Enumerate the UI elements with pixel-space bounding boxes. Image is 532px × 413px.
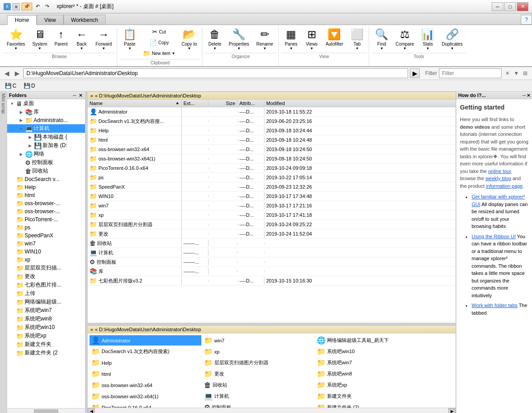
info-page-link[interactable]: information page [486, 183, 523, 189]
tree-item-wlbj[interactable]: 📁 网络编辑超级... [7, 298, 85, 306]
tree-item-xjwj2[interactable]: 📁 新建文件夹 (2 [7, 349, 85, 357]
redo-btn[interactable]: ↷ [43, 3, 51, 10]
tree-item-gengxin[interactable]: 📁 更改 [7, 272, 85, 281]
duplicates-button[interactable]: 🔗 Duplicates ▼ [438, 27, 466, 52]
table-row[interactable]: 📁 oss-browser-win32-x64(1) ----D... 2019… [88, 154, 455, 164]
folders-minimize-icon[interactable]: ─ [72, 93, 77, 98]
table-row[interactable]: 📁 oss-browser-win32-x64 ----D... 2019-09… [88, 145, 455, 154]
table-row[interactable]: 📁 Help ----D... 2019-09-18 10:24:44 [88, 126, 455, 135]
tree-item-xtb10[interactable]: 📁 系统吧win10 [7, 323, 85, 332]
list-item[interactable]: 📁 DocSearch v1.3(文档内容搜索) [89, 346, 201, 357]
tree-item-xtb7[interactable]: 📁 系统吧win7 [7, 306, 85, 315]
autofilter-button[interactable]: 🔽 Autofilter [323, 27, 346, 48]
expand-desktop[interactable]: ▼ [9, 101, 15, 106]
expand-network[interactable]: ▶ [18, 152, 24, 156]
tree-item-xtbxp[interactable]: 📁 系统吧xp [7, 332, 85, 340]
close-button[interactable]: ✕ [517, 2, 528, 11]
view-options-icon[interactable]: ⊞ [521, 69, 529, 77]
tree-item-win7[interactable]: 📁 win7 [7, 240, 85, 248]
bottom-scroll-left[interactable]: ◀ [88, 408, 95, 413]
list-item[interactable]: 📁 系统吧win10 [315, 346, 427, 357]
list-item[interactable]: 📁 新建文件夹 (2) [315, 402, 427, 408]
views-button[interactable]: ⊞ Views ▼ [302, 27, 322, 52]
expand-localdisk[interactable]: ▶ [27, 135, 33, 139]
tab-workbench[interactable]: Workbench [64, 15, 106, 25]
tree-item-controlpanel[interactable]: ⚙ 控制面板 [7, 158, 85, 167]
find-button[interactable]: 🔍 Find ▼ [372, 27, 392, 52]
list-item[interactable]: ⚙ 控制面板 [202, 402, 314, 408]
properties-button[interactable]: 🔧 Properties ▼ [226, 27, 252, 52]
tab-home[interactable]: Home [7, 15, 37, 25]
list-item[interactable]: 📁 新建文件夹 [315, 391, 427, 401]
address-go-button[interactable]: ▶ [410, 68, 420, 78]
tree-item-help[interactable]: 📁 Help [7, 183, 85, 191]
list-item[interactable]: 📁 更改 [202, 369, 314, 379]
system-button[interactable]: 🖥 System ▼ [29, 27, 50, 52]
tree-item-ossbrowser2[interactable]: 📁 oss-browser-... [7, 207, 85, 215]
tree-item-speedpanx[interactable]: 📁 SpeedPanX [7, 232, 85, 240]
table-row[interactable]: 📚 库 -------... [88, 267, 455, 276]
tree-item-picotorrent[interactable]: 📁 PicoTorrent-... [7, 215, 85, 223]
table-row[interactable]: 📁 WIN10 ----D... 2019-10-17 17:34:48 [88, 192, 455, 201]
tree-item-upload[interactable]: 📁 上传 [7, 289, 85, 298]
panes-button[interactable]: ▦ Panes ▼ [281, 27, 301, 52]
address-input[interactable] [23, 68, 408, 78]
table-row[interactable]: 📁 更改 ----D... 2019-10-24 11:52:04 [88, 229, 455, 239]
minimize-button[interactable]: ─ [492, 2, 503, 11]
table-row[interactable]: 👤 Administrator ----D... 2019-10-18 11:5… [88, 107, 455, 117]
folders-close-icon[interactable]: ✕ [78, 93, 83, 98]
tree-item-localdisk[interactable]: ▶ 💾 本地磁盘 ( [7, 133, 85, 141]
address-back-icon[interactable]: ◀ [3, 70, 11, 77]
table-row[interactable]: 💻 计算机 -------... [88, 248, 455, 257]
tree-item-ps[interactable]: 📁 ps [7, 223, 85, 232]
tree-item-html[interactable]: 📁 html [7, 191, 85, 199]
tree-item-recycle[interactable]: 🗑 回收站 [7, 167, 85, 175]
table-row[interactable]: 📁 层层双页扫描图片分割器 ----D... 2019-10-24 09:25:… [88, 220, 455, 229]
list-item[interactable]: 📁 系统吧win7 [315, 358, 427, 368]
weekly-blog-link[interactable]: weekly blog [485, 176, 511, 181]
tree-item-desktop[interactable]: ▼ 🖥 桌面 [7, 99, 85, 108]
table-row[interactable]: 📁 ps ----D... 2019-10-22 17:05:14 [88, 173, 455, 182]
tree-item-docsearch[interactable]: 📁 DocSearch v... [7, 175, 85, 183]
pin-btn[interactable]: 📌 [21, 3, 32, 10]
forward-button[interactable]: → Forward ▼ [92, 27, 115, 52]
bottom-hscroll[interactable]: ◀ ▶ [88, 408, 455, 413]
list-item[interactable]: 📁 系统吧xp [315, 380, 427, 390]
top-file-rows[interactable]: 👤 Administrator ----D... 2019-10-18 11:5… [88, 107, 455, 323]
list-item[interactable]: 📁 层层双页扫描图片分割器 [202, 358, 314, 368]
maximize-button[interactable]: □ [504, 2, 516, 11]
filter-input[interactable] [439, 68, 502, 78]
table-row[interactable]: 📁 七彩色图片排版v3.2 ----D... 2019-10-15 10:16:… [88, 276, 455, 286]
tree-item-win10[interactable]: 📁 WIN10 [7, 248, 85, 256]
tree-item-xp[interactable]: 📁 xp [7, 256, 85, 264]
help-button[interactable]: ? [521, 15, 532, 25]
stats-button[interactable]: 📊 Stats ▼ [418, 27, 438, 52]
expand-admin[interactable]: ▶ [18, 118, 24, 122]
table-row[interactable]: 📁 html ----D... 2019-09-18 10:24:48 [88, 135, 455, 145]
system-menu[interactable]: ≡ [13, 3, 20, 10]
list-item[interactable]: 📁 html [89, 369, 201, 379]
expand-computer[interactable]: ▼ [18, 126, 24, 131]
tree-item-xjwj[interactable]: 📁 新建文件夹 [7, 340, 85, 349]
paste-button[interactable]: 📋 Paste ▼ [120, 27, 140, 52]
tree-item-lib[interactable]: ▶ 📚 库 [7, 108, 85, 116]
help-minimize-icon[interactable]: ─ [523, 93, 526, 98]
list-item[interactable]: 📁 系统吧win8 [315, 369, 427, 379]
list-item[interactable]: 📁 win7 [202, 335, 314, 346]
col-attr-header[interactable]: Attrib... [238, 100, 264, 107]
back-button[interactable]: ← Back ▼ [72, 27, 91, 52]
favorites-button[interactable]: ⭐ Favorites ▼ [4, 27, 28, 52]
drive-d[interactable]: 💾 D [21, 82, 38, 90]
list-item[interactable]: 📁 xp [202, 346, 314, 357]
col-size-header[interactable]: Size [209, 100, 238, 107]
table-row[interactable]: 📁 win7 ----D... 2019-10-17 17:21:16 [88, 201, 455, 211]
col-name-header[interactable]: Name ▲ [88, 100, 182, 107]
filter-options-icon[interactable]: ▼ [512, 69, 520, 77]
compare-button[interactable]: ⚖ Compare ▼ [392, 27, 417, 52]
table-row[interactable]: ⚙ 控制面板 -------... [88, 257, 455, 267]
bottom-icon-grid[interactable]: 👤 Administrator 📁 win7 🌐 网络编辑超级工具箱_易天下 📁… [88, 333, 455, 408]
table-row[interactable]: 📁 DocSearch v1.3(文档内容搜... ----D... 2019-… [88, 117, 455, 126]
expand-newvol[interactable]: ▶ [27, 143, 33, 148]
bottom-scroll-right[interactable]: ▶ [448, 408, 455, 413]
copy-to-button[interactable]: 📂 Copy to ▼ [179, 27, 200, 52]
